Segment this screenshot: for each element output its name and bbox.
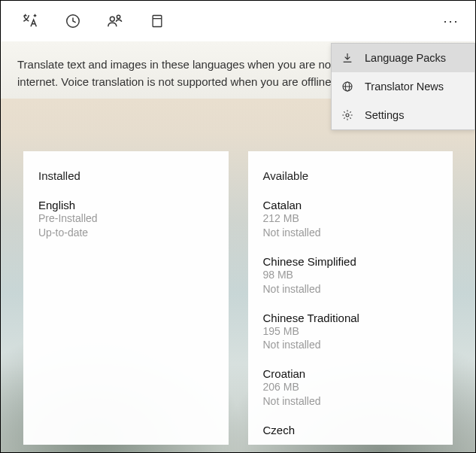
language-item[interactable]: Croatian 206 MB Not installed — [263, 367, 438, 409]
language-status: Not installed — [263, 394, 438, 409]
available-card: Available Catalan 212 MB Not installed C… — [248, 151, 453, 445]
menu-item-label: Translator News — [365, 81, 444, 93]
phrasebook-icon — [150, 13, 165, 29]
menu-item-settings[interactable]: Settings — [332, 101, 474, 129]
more-menu: Language Packs Translator News Settings — [331, 43, 475, 130]
language-name: Chinese Traditional — [263, 312, 438, 324]
language-status: Not installed — [263, 226, 438, 240]
available-heading: Available — [263, 169, 438, 182]
menu-item-language-packs[interactable]: Language Packs — [332, 44, 474, 72]
language-size: 212 MB — [263, 211, 438, 226]
language-size: 195 MB — [263, 324, 438, 339]
download-icon — [341, 51, 354, 65]
language-name: Czech — [263, 424, 438, 436]
conversation-icon — [106, 13, 124, 29]
installed-heading: Installed — [38, 169, 214, 182]
phrasebook-tab[interactable] — [136, 1, 178, 41]
language-item[interactable]: Chinese Traditional 195 MB Not installed — [263, 312, 438, 353]
menu-item-label: Settings — [365, 109, 404, 121]
language-status: Pre-Installed — [38, 211, 214, 226]
translate-tab[interactable] — [10, 1, 52, 41]
language-name: Catalan — [263, 199, 438, 211]
globe-icon — [341, 80, 354, 93]
language-update: Up-to-date — [38, 226, 214, 240]
history-icon — [65, 13, 81, 29]
language-status: Not installed — [263, 338, 438, 352]
menu-item-label: Language Packs — [365, 52, 446, 64]
translate-icon — [23, 13, 39, 29]
menu-item-translator-news[interactable]: Translator News — [332, 72, 474, 101]
language-size: 98 MB — [263, 268, 438, 282]
toolbar: ··· — [1, 1, 475, 41]
svg-point-2 — [117, 15, 120, 18]
history-tab[interactable] — [52, 1, 94, 41]
language-item[interactable]: Catalan 212 MB Not installed — [263, 199, 438, 240]
language-name: Croatian — [263, 367, 438, 380]
svg-point-6 — [346, 114, 349, 117]
language-item[interactable]: Czech — [263, 424, 438, 436]
language-size: 206 MB — [263, 380, 438, 394]
language-item[interactable]: English Pre-Installed Up-to-date — [38, 199, 214, 240]
svg-rect-3 — [153, 16, 162, 27]
installed-card: Installed English Pre-Installed Up-to-da… — [23, 151, 229, 445]
language-name: Chinese Simplified — [263, 255, 438, 268]
conversation-tab[interactable] — [94, 1, 136, 41]
content-area: Installed English Pre-Installed Up-to-da… — [23, 151, 453, 445]
more-button[interactable]: ··· — [436, 14, 466, 29]
language-name: English — [38, 199, 214, 211]
gear-icon — [341, 108, 354, 122]
svg-point-1 — [110, 17, 114, 21]
language-item[interactable]: Chinese Simplified 98 MB Not installed — [263, 255, 438, 296]
language-status: Not installed — [263, 282, 438, 296]
